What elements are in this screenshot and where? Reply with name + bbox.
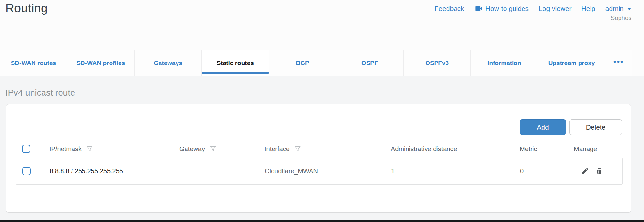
table-row: 8.8.8.8 / 255.255.255.255 Cloudflare_MWA… <box>16 158 623 185</box>
tab-upstream-proxy[interactable]: Upstream proxy <box>538 50 605 76</box>
tab-ospf[interactable]: OSPF <box>336 50 404 76</box>
tab-static-routes[interactable]: Static routes <box>202 50 269 76</box>
add-button[interactable]: Add <box>520 119 566 135</box>
tab-label: Information <box>487 60 521 67</box>
pencil-icon <box>581 167 589 175</box>
content-area: IPv4 unicast route Add Delete IP/netmask… <box>0 76 644 220</box>
card-toolbar: Add Delete <box>520 119 622 135</box>
column-header-manage: Manage <box>574 145 597 152</box>
tab-label: Upstream proxy <box>548 60 595 67</box>
administrative-distance-cell: 1 <box>391 168 395 175</box>
video-camera-icon <box>474 4 483 13</box>
column-header-ip-netmask: IP/netmask <box>49 145 82 153</box>
header-links: Feedback How-to guides Log viewer Help a… <box>435 4 631 13</box>
vendor-label: Sophos <box>611 14 631 22</box>
select-all-checkbox[interactable] <box>22 145 30 153</box>
tab-label: Gateways <box>154 60 182 67</box>
table-header-row: IP/netmask Gateway Interface Administrat… <box>16 140 623 158</box>
delete-row-button[interactable] <box>595 167 604 176</box>
trash-icon <box>595 167 603 175</box>
ipv4-route-card: Add Delete IP/netmask Gateway Interface … <box>6 104 631 213</box>
tab-ospfv3[interactable]: OSPFv3 <box>404 50 471 76</box>
tab-label: Static routes <box>217 60 254 67</box>
filter-icon[interactable] <box>294 145 301 152</box>
window-bottom-edge <box>0 220 644 222</box>
routing-tab-bar: SD-WAN routes SD-WAN profiles Gateways S… <box>0 50 632 76</box>
metric-cell: 0 <box>520 168 524 175</box>
howto-guides-label: How-to guides <box>485 5 529 13</box>
help-link[interactable]: Help <box>582 5 595 13</box>
delete-button[interactable]: Delete <box>569 119 622 135</box>
admin-label: admin <box>605 5 624 13</box>
log-viewer-link[interactable]: Log viewer <box>539 5 572 13</box>
column-header-metric: Metric <box>520 145 537 152</box>
row-checkbox[interactable] <box>22 167 31 175</box>
edit-button[interactable] <box>581 167 590 176</box>
tab-more[interactable]: ••• <box>605 50 632 76</box>
ip-netmask-link[interactable]: 8.8.8.8 / 255.255.255.255 <box>50 168 123 175</box>
tab-sd-wan-routes[interactable]: SD-WAN routes <box>0 50 67 76</box>
chevron-down-icon <box>627 8 631 10</box>
feedback-link[interactable]: Feedback <box>435 5 464 13</box>
tab-bgp[interactable]: BGP <box>269 50 336 76</box>
howto-guides-link[interactable]: How-to guides <box>474 4 529 13</box>
help-label: Help <box>582 5 595 13</box>
tab-gateways[interactable]: Gateways <box>135 50 202 76</box>
filter-icon[interactable] <box>209 145 216 152</box>
tab-label: OSPFv3 <box>425 60 449 67</box>
interface-cell: Cloudflare_MWAN <box>265 168 318 175</box>
column-header-interface: Interface <box>264 145 290 153</box>
log-viewer-label: Log viewer <box>539 5 572 13</box>
page-title: Routing <box>5 2 48 15</box>
page-header: Routing Feedback How-to guides Log viewe… <box>0 0 644 50</box>
ellipsis-icon: ••• <box>613 58 624 66</box>
active-tab-underline <box>202 72 269 74</box>
column-header-administrative-distance: Administrative distance <box>391 145 457 152</box>
column-header-gateway: Gateway <box>179 145 205 153</box>
tab-label: BGP <box>296 60 309 67</box>
tab-label: OSPF <box>361 60 378 67</box>
tab-label: SD-WAN profiles <box>76 60 125 67</box>
manage-cell <box>574 167 622 176</box>
filter-icon[interactable] <box>86 145 93 152</box>
admin-menu[interactable]: admin <box>605 5 631 13</box>
tab-information[interactable]: Information <box>471 50 538 76</box>
feedback-link-label: Feedback <box>435 5 464 13</box>
section-title: IPv4 unicast route <box>5 88 75 98</box>
tab-label: SD-WAN routes <box>11 60 56 67</box>
tab-sd-wan-profiles[interactable]: SD-WAN profiles <box>67 50 135 76</box>
